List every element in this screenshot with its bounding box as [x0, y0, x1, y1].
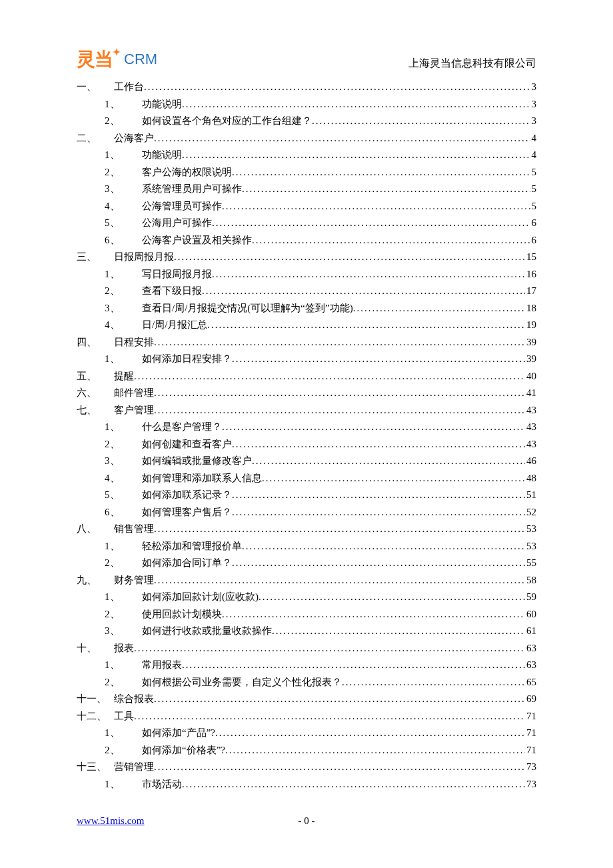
toc-entry-level2[interactable]: 6、公海客户设置及相关操作6	[77, 232, 536, 249]
toc-entry-page: 5	[530, 164, 537, 181]
toc-entry-number: 4、	[105, 317, 142, 334]
logo-text-cn: 灵当✦	[77, 47, 120, 72]
toc-entry-page: 63	[525, 657, 536, 674]
toc-entry-page: 3	[530, 96, 537, 113]
toc-entry-level2[interactable]: 4、如何管理和添加联系人信息48	[77, 470, 536, 487]
toc-entry-title: 如何添加回款计划(应收款)	[142, 589, 259, 606]
toc-entry-page: 3	[530, 113, 537, 130]
toc-leader-dots	[182, 657, 525, 674]
footer-link[interactable]: www.51mis.com	[77, 815, 145, 827]
toc-entry-level1[interactable]: 四、日程安排39	[77, 334, 536, 351]
toc-entry-page: 19	[525, 317, 536, 334]
toc-entry-page: 60	[525, 606, 536, 623]
toc-leader-dots	[207, 317, 525, 334]
toc-entry-number: 二、	[77, 130, 114, 147]
toc-entry-level2[interactable]: 1、如何添加日程安排？39	[77, 351, 536, 368]
toc-entry-level2[interactable]: 2、使用回款计划模块60	[77, 606, 536, 623]
toc-leader-dots	[202, 283, 525, 300]
toc-leader-dots	[182, 147, 530, 164]
toc-entry-level1[interactable]: 五、提醒40	[77, 368, 536, 385]
toc-entry-page: 53	[525, 521, 536, 538]
toc-entry-level2[interactable]: 2、如何添加合同订单？55	[77, 555, 536, 572]
toc-entry-level2[interactable]: 4、公海管理员可操作5	[77, 198, 536, 215]
toc-entry-level1[interactable]: 一、工作台3	[77, 79, 536, 96]
toc-entry-level2[interactable]: 2、查看下级日报17	[77, 283, 536, 300]
toc-entry-level1[interactable]: 七、客户管理43	[77, 402, 536, 419]
toc-entry-page: 59	[525, 589, 536, 606]
toc-entry-title: 销售管理	[114, 521, 154, 538]
toc-entry-title: 客户管理	[114, 402, 154, 419]
toc-entry-number: 5、	[105, 215, 142, 232]
toc-entry-page: 43	[525, 419, 536, 436]
toc-entry-number: 6、	[105, 504, 142, 521]
toc-entry-page: 16	[525, 266, 536, 283]
toc-entry-level2[interactable]: 1、市场活动73	[77, 776, 536, 793]
toc-entry-level2[interactable]: 1、常用报表63	[77, 657, 536, 674]
toc-entry-level1[interactable]: 十、报表63	[77, 640, 536, 657]
toc-entry-level2[interactable]: 5、如何添加联系记录？51	[77, 487, 536, 504]
page-number: - 0 -	[299, 815, 315, 826]
toc-entry-level2[interactable]: 3、如何进行收款或批量收款操作61	[77, 623, 536, 640]
toc-entry-level1[interactable]: 十一、综合报表69	[77, 691, 536, 708]
toc-entry-level2[interactable]: 3、如何编辑或批量修改客户46	[77, 453, 536, 470]
logo-text-en: CRM	[124, 51, 157, 68]
toc-entry-title: 工作台	[114, 79, 144, 96]
toc-entry-level2[interactable]: 1、如何添加回款计划(应收款)59	[77, 589, 536, 606]
toc-entry-level2[interactable]: 2、如何添加“价格表”?71	[77, 742, 536, 759]
toc-entry-number: 1、	[105, 351, 142, 368]
toc-entry-page: 65	[525, 674, 536, 691]
toc-leader-dots	[242, 181, 530, 198]
toc-entry-title: 公海管理员可操作	[142, 198, 222, 215]
company-name: 上海灵当信息科技有限公司	[408, 57, 536, 71]
toc-entry-number: 2、	[105, 283, 142, 300]
toc-entry-level2[interactable]: 1、功能说明4	[77, 147, 536, 164]
toc-entry-page: 43	[525, 436, 536, 453]
toc-entry-title: 工具	[114, 708, 134, 725]
toc-entry-level2[interactable]: 1、什么是客户管理？43	[77, 419, 536, 436]
toc-entry-number: 八、	[77, 521, 114, 538]
toc-entry-title: 功能说明	[142, 96, 182, 113]
toc-entry-number: 2、	[105, 742, 142, 759]
toc-entry-title: 如何编辑或批量修改客户	[142, 453, 252, 470]
toc-entry-title: 如何添加联系记录？	[142, 487, 232, 504]
toc-entry-level2[interactable]: 5、公海用户可操作6	[77, 215, 536, 232]
toc-entry-number: 4、	[105, 198, 142, 215]
toc-entry-level2[interactable]: 2、如何根据公司业务需要，自定义个性化报表？65	[77, 674, 536, 691]
toc-entry-page: 39	[525, 351, 536, 368]
toc-entry-page: 71	[525, 742, 536, 759]
toc-entry-title: 轻松添加和管理报价单	[142, 538, 242, 555]
toc-entry-level1[interactable]: 六、邮件管理41	[77, 385, 536, 402]
toc-leader-dots	[312, 113, 530, 130]
toc-entry-level2[interactable]: 2、如何设置各个角色对应的工作台组建？3	[77, 113, 536, 130]
toc-entry-level2[interactable]: 6、如何管理客户售后？52	[77, 504, 536, 521]
toc-entry-title: 公海客户设置及相关操作	[142, 232, 252, 249]
toc-entry-level2[interactable]: 1、如何添加“产品”?71	[77, 725, 536, 742]
toc-entry-title: 如何进行收款或批量收款操作	[142, 623, 272, 640]
toc-leader-dots	[259, 589, 525, 606]
toc-entry-level2[interactable]: 1、轻松添加和管理报价单53	[77, 538, 536, 555]
toc-entry-level2[interactable]: 1、写日报周报月报16	[77, 266, 536, 283]
page-footer: www.51mis.com - 0 - www.51mis.com	[77, 815, 536, 827]
toc-entry-level1[interactable]: 二、公海客户4	[77, 130, 536, 147]
toc-entry-page: 40	[525, 368, 536, 385]
toc-entry-level2[interactable]: 2、客户公海的权限说明5	[77, 164, 536, 181]
toc-entry-number: 五、	[77, 368, 114, 385]
toc-leader-dots	[154, 691, 525, 708]
toc-entry-title: 如何添加合同订单？	[142, 555, 232, 572]
toc-entry-level2[interactable]: 3、查看日/周/月报提交情况(可以理解为“签到”功能)18	[77, 300, 536, 317]
toc-leader-dots	[225, 742, 525, 759]
toc-entry-level2[interactable]: 1、功能说明3	[77, 96, 536, 113]
toc-entry-level2[interactable]: 3、系统管理员用户可操作5	[77, 181, 536, 198]
toc-entry-level2[interactable]: 2、如何创建和查看客户43	[77, 436, 536, 453]
toc-leader-dots	[242, 538, 525, 555]
toc-entry-level1[interactable]: 八、销售管理53	[77, 521, 536, 538]
toc-entry-level1[interactable]: 十二、工具71	[77, 708, 536, 725]
toc-entry-level1[interactable]: 十三、营销管理73	[77, 759, 536, 776]
toc-entry-title: 如何添加“价格表”?	[142, 742, 225, 759]
toc-entry-number: 2、	[105, 436, 142, 453]
toc-leader-dots	[182, 776, 525, 793]
toc-entry-level2[interactable]: 4、日/周/月报汇总19	[77, 317, 536, 334]
toc-entry-number: 1、	[105, 96, 142, 113]
toc-entry-level1[interactable]: 三、日报周报月报15	[77, 249, 536, 266]
toc-entry-level1[interactable]: 九、财务管理58	[77, 572, 536, 589]
